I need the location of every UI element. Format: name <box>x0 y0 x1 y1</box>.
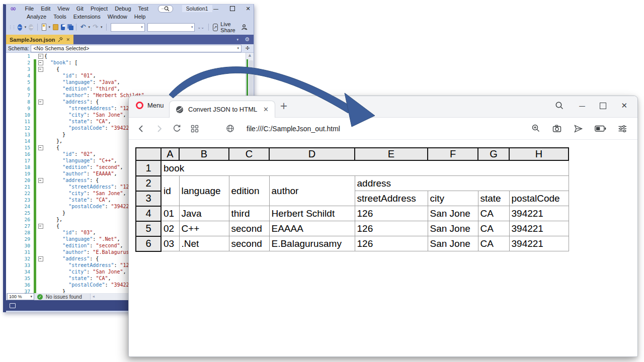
vs-menu-view[interactable]: View <box>54 6 73 12</box>
schema-label: Schema: <box>8 45 29 51</box>
new-file-button[interactable] <box>42 24 46 31</box>
undo-caret-icon[interactable]: ▾ <box>88 25 90 29</box>
schema-split-icon[interactable]: ÷ <box>244 45 252 52</box>
line-number: 29 <box>6 236 34 242</box>
collapse-region-icon[interactable] <box>38 60 43 65</box>
collapse-region-icon[interactable] <box>38 54 43 59</box>
zoom-page-icon[interactable] <box>531 124 541 133</box>
back-button[interactable] <box>137 124 146 133</box>
navigate-forward-button[interactable]: → <box>29 24 33 31</box>
table-row: 603.NetsecondE.Balagurusamy126San JoneCA… <box>136 236 569 251</box>
feedback-person-icon[interactable] <box>241 24 248 30</box>
change-tracking-bar <box>34 112 36 118</box>
vs-menu-file[interactable]: File <box>22 6 38 12</box>
refresh-button[interactable] <box>172 124 182 133</box>
vs-minimize-button[interactable]: — <box>213 6 219 12</box>
editor-zoom-dropdown[interactable]: 100 % ▾ <box>7 293 34 300</box>
address-bar-url[interactable]: file:///C:/SampleJson_out.html <box>247 125 340 133</box>
opera-menu-button[interactable]: Menu <box>136 102 164 109</box>
tab-close-icon[interactable]: ✕ <box>66 37 70 42</box>
vs-search-box[interactable]: – <box>158 5 173 13</box>
collapse-region-icon[interactable] <box>38 100 43 105</box>
open-file-button[interactable] <box>53 24 58 30</box>
forward-button[interactable] <box>154 124 164 133</box>
snapshot-camera-icon[interactable] <box>552 124 562 133</box>
browser-close-button[interactable]: ✕ <box>621 101 627 110</box>
tab-close-icon[interactable]: ✕ <box>263 106 269 113</box>
data-cell: EAAAA <box>269 221 355 236</box>
code-line: 6 "edition": "third", <box>6 85 254 92</box>
address-header-cell: city <box>428 191 478 206</box>
save-all-button[interactable] <box>67 24 72 31</box>
send-to-device-icon[interactable] <box>574 124 583 133</box>
code-text: "address": { <box>44 255 99 262</box>
vs-menu-test[interactable]: Test <box>135 6 152 12</box>
settings-tune-icon[interactable] <box>618 124 627 133</box>
issues-status-text: No issues found <box>46 294 82 300</box>
collapse-region-icon[interactable] <box>38 256 43 261</box>
live-share-label[interactable]: Live Share <box>220 21 238 33</box>
collapse-region-icon[interactable] <box>38 145 43 150</box>
toolbar-options-icon[interactable]: ⌄⌄ <box>197 26 204 29</box>
fold-margin <box>37 190 44 197</box>
table-row: 1 book <box>136 160 569 176</box>
vs-menu-tools[interactable]: Tools <box>50 14 70 20</box>
change-tracking-bar <box>34 66 36 72</box>
browser-minimize-button[interactable]: — <box>579 102 585 110</box>
vs-maximize-button[interactable] <box>230 6 235 11</box>
line-number: 20 <box>6 177 34 184</box>
fold-margin <box>37 170 44 177</box>
data-cell: San Jone <box>428 236 478 251</box>
schema-dropdown[interactable]: <No Schema Selected> ▾ <box>31 45 242 52</box>
change-tracking-bar <box>34 72 36 79</box>
scrollbar-up-arrow-icon[interactable]: ▲ <box>246 53 254 57</box>
code-text: "id": "01", <box>44 72 96 79</box>
data-cell: E.Balagurusamy <box>269 236 355 251</box>
vs-menu-debug[interactable]: Debug <box>111 6 134 12</box>
back-dropdown-caret-icon[interactable]: ▾ <box>25 25 27 29</box>
line-number: 15 <box>6 144 34 151</box>
navigate-back-button[interactable]: ← <box>18 24 22 31</box>
background-tasks-icon[interactable] <box>10 303 16 308</box>
save-button[interactable] <box>61 24 65 30</box>
live-share-icon[interactable]: ↗ <box>213 24 218 31</box>
pin-icon[interactable] <box>58 37 63 42</box>
vs-menu-edit[interactable]: Edit <box>37 6 54 12</box>
battery-saver-icon[interactable] <box>595 124 606 133</box>
vs-menu-help[interactable]: Help <box>131 14 149 20</box>
code-line: 3 { <box>6 66 254 72</box>
vs-menu-project[interactable]: Project <box>87 6 111 12</box>
line-number: 25 <box>6 210 34 216</box>
undo-button[interactable]: ↶ <box>80 24 86 30</box>
tab-samplejson[interactable]: SampleJson.json ✕ <box>6 35 73 44</box>
new-tab-button[interactable]: + <box>280 100 288 111</box>
redo-caret-icon[interactable]: ▾ <box>101 25 103 29</box>
tab-list-caret-icon[interactable]: ▾ <box>237 38 239 42</box>
tabstrip-gear-icon[interactable]: ⚙ <box>245 36 250 43</box>
browser-maximize-button[interactable] <box>600 103 606 109</box>
dropdown-caret-icon: ▾ <box>191 25 193 29</box>
redo-button[interactable]: ↷ <box>93 24 98 30</box>
tab-search-icon[interactable] <box>555 101 564 110</box>
code-text: "streetAddress": "126", <box>44 184 138 190</box>
row-number: 5 <box>136 221 161 236</box>
browser-tab-active[interactable]: Convert JSON to HTML ✕ <box>169 101 275 118</box>
collapse-region-icon[interactable] <box>38 67 43 72</box>
collapse-region-icon[interactable] <box>38 224 43 229</box>
schema-bar: Schema: <No Schema Selected> ▾ ÷ <box>6 44 254 53</box>
data-cell: 02 <box>161 221 179 236</box>
vs-menu-git[interactable]: Git <box>73 6 87 12</box>
vs-platform-dropdown[interactable]: ▾ <box>147 23 195 32</box>
tab-title: SampleJson.json <box>10 37 55 43</box>
collapse-region-icon[interactable] <box>38 178 43 183</box>
vs-menu-window[interactable]: Window <box>104 14 131 20</box>
fold-margin <box>37 203 44 210</box>
new-file-caret-icon[interactable]: ▾ <box>49 25 51 29</box>
code-text: "book": [ <box>44 59 77 66</box>
vs-config-dropdown[interactable]: ▾ <box>111 23 145 32</box>
vs-close-button[interactable]: ✕ <box>246 6 251 12</box>
speed-dial-grid-icon[interactable] <box>190 124 199 133</box>
vs-menu-analyze[interactable]: Analyze <box>23 14 50 20</box>
code-text: "edition": "second", <box>44 242 123 249</box>
vs-menu-extensions[interactable]: Extensions <box>70 14 104 20</box>
